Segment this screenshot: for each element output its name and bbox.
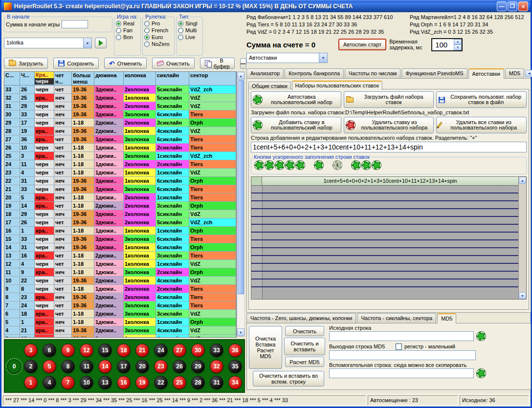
scroll-down-icon[interactable]: ▼ bbox=[519, 292, 526, 299]
md5-aux-input[interactable] bbox=[329, 368, 474, 378]
table-row[interactable]: 205кра..неч1-181дюжи..2колонка1сиклайнTi… bbox=[4, 193, 236, 202]
scroll-up-icon[interactable]: ▲ bbox=[519, 177, 526, 184]
radio-french[interactable]: French bbox=[144, 27, 173, 34]
chevron-down-icon[interactable]: ▼ bbox=[319, 53, 327, 63]
board-number-22[interactable]: 22 bbox=[154, 376, 168, 389]
отменить-button[interactable]: Отменить bbox=[104, 58, 147, 69]
удалить-все-ставки-из-пользовательского-набора-button[interactable]: Удалить все ставки из пользовательского … bbox=[436, 117, 527, 133]
board-number-11[interactable]: 11 bbox=[80, 360, 93, 373]
table-row[interactable]: 124чернчет1-181дюжи..1колонка1сиклайнVdZ bbox=[4, 260, 236, 268]
board-number-20[interactable]: 20 bbox=[135, 360, 149, 373]
table-row[interactable]: 253кра..неч1-181дюжи..3колонка1сиклайнVd… bbox=[4, 152, 236, 160]
автоставка-пользовательский-набор-button[interactable]: Автоставка пользовательский набор bbox=[251, 91, 341, 108]
board-number-8[interactable]: 8 bbox=[61, 360, 75, 373]
table-row[interactable]: 161кра..неч1-181дюжи..1колонка1сиклайнOr… bbox=[4, 227, 236, 235]
tab-частоты-по-числам[interactable]: Частоты по числам bbox=[345, 68, 400, 78]
chip-button[interactable] bbox=[286, 161, 294, 170]
table-row[interactable]: 2133черннеч19-363дюжи..3колонка6сиклайнT… bbox=[4, 185, 236, 193]
md5-aux-chip-button[interactable] bbox=[477, 369, 486, 378]
bet-list-row[interactable] bbox=[251, 256, 518, 264]
board-number-30[interactable]: 30 bbox=[191, 344, 205, 357]
board-number-12[interactable]: 12 bbox=[80, 344, 93, 357]
сохранить-пользоват-набор-ставок-в-файл-button[interactable]: Сохранить пользоват. набор ставок в файл bbox=[436, 91, 527, 108]
добавить-ставку-в-пользовательский-набор-button[interactable]: Добавить ставку в пользовательский набор bbox=[251, 117, 341, 133]
chip-button[interactable] bbox=[255, 161, 264, 170]
board-number-13[interactable]: 13 bbox=[98, 376, 112, 389]
table-row[interactable]: 2610чернчет1-181дюжи..1колонка2сиклайнTi… bbox=[4, 144, 236, 152]
radio-singl[interactable]: Singl bbox=[178, 20, 201, 27]
table-row[interactable]: 618кра..чет1-182дюжи..3колонка3сиклайнVd… bbox=[4, 310, 236, 318]
dollar-chip-button[interactable]: $ bbox=[333, 161, 342, 170]
minimize-button[interactable]: — bbox=[497, 1, 507, 11]
bet-list-row[interactable] bbox=[251, 225, 518, 233]
board-number-7[interactable]: 7 bbox=[61, 376, 75, 389]
bet-list-row[interactable] bbox=[251, 217, 518, 225]
scroll-down-icon[interactable]: ▼ bbox=[237, 328, 244, 336]
board-number-34[interactable]: 34 bbox=[228, 376, 242, 389]
slot-combo[interactable]: 1slotka ▼ bbox=[4, 38, 92, 48]
bet-list-row[interactable] bbox=[251, 240, 518, 248]
chip-button[interactable] bbox=[372, 161, 381, 170]
maximize-button[interactable]: ❐ bbox=[508, 1, 517, 11]
board-number-29[interactable]: 29 bbox=[191, 360, 205, 373]
board-number-36[interactable]: 36 bbox=[228, 344, 242, 357]
table-row[interactable]: 1829черннеч19-363дюжи..2колонка5сиклайнV… bbox=[4, 210, 236, 218]
table-row[interactable]: 823кра..неч19-362дюжи..2колонка4сиклайнT… bbox=[4, 293, 236, 301]
board-number-18[interactable]: 18 bbox=[117, 344, 131, 357]
board-number-1[interactable]: 1 bbox=[24, 376, 38, 389]
tab-частота-сиклайны-сектора[interactable]: Частота - сиклайны, сектора bbox=[357, 313, 436, 323]
start-sum-input[interactable] bbox=[62, 20, 88, 28]
board-number-4[interactable]: 4 bbox=[43, 376, 56, 389]
table-row[interactable]: 2819кра..неч19-362дюжи..1колонка4сиклайн… bbox=[4, 127, 236, 135]
tab-анализатор[interactable]: Анализатор bbox=[246, 68, 284, 78]
md5-source-input[interactable] bbox=[329, 331, 474, 341]
board-number-21[interactable]: 21 bbox=[135, 344, 149, 357]
radio-multi[interactable]: Multi bbox=[178, 27, 201, 34]
tab-md5[interactable]: MD5 bbox=[505, 68, 524, 78]
bet-list-row[interactable] bbox=[251, 272, 518, 279]
table-row[interactable]: 1726чернчет19-363дюжи..2колонка5сиклайнV… bbox=[4, 218, 236, 227]
md5-clear-paste-aux-button[interactable]: Очистить и вставить во вспом. строку bbox=[253, 371, 324, 387]
в-буфер-button[interactable]: В буфер bbox=[200, 58, 235, 69]
board-number-9[interactable]: 9 bbox=[61, 344, 75, 357]
autobets-combo[interactable]: Автоставки ▼ bbox=[246, 53, 328, 63]
scroll-up-icon[interactable]: ▲ bbox=[237, 72, 244, 80]
md5-calc-button[interactable]: Расчет MD5 bbox=[285, 357, 324, 367]
table-row[interactable]: 1431черннеч19-363дюжи..1колонка6сиклайнO… bbox=[4, 243, 236, 252]
board-number-5[interactable]: 5 bbox=[43, 360, 56, 373]
tab-контроль-банкролла[interactable]: Контроль банкролла bbox=[285, 68, 344, 78]
table-row[interactable]: 1914кра..чет1-182дюжи..2колонка3сиклайнO… bbox=[4, 202, 236, 210]
board-number-26[interactable]: 26 bbox=[173, 360, 186, 373]
table-row[interactable]: 98чернчет1-181дюжи..2колонка2сиклайнTier… bbox=[4, 285, 236, 293]
chip-button[interactable] bbox=[275, 161, 284, 170]
chevron-down-icon[interactable]: ▼ bbox=[83, 38, 91, 48]
play-button[interactable] bbox=[95, 38, 107, 48]
table-scrollbar[interactable]: ▲ ▼ bbox=[237, 71, 245, 337]
bet-list-row[interactable] bbox=[251, 193, 518, 201]
md5-output-input[interactable] bbox=[329, 350, 476, 360]
bet-string-input[interactable] bbox=[251, 142, 527, 152]
board-number-24[interactable]: 24 bbox=[154, 344, 168, 357]
close-button[interactable]: × bbox=[518, 1, 528, 11]
board-number-17[interactable]: 17 bbox=[117, 360, 131, 373]
table-row[interactable]: 724чернчет19-362дюжи..3колонка4сиклайнTi… bbox=[4, 301, 236, 310]
board-number-14[interactable]: 14 bbox=[98, 360, 112, 373]
board-number-0[interactable]: 0 bbox=[7, 360, 21, 373]
radio-euro[interactable]: Euro bbox=[144, 34, 173, 41]
board-number-23[interactable]: 23 bbox=[154, 360, 168, 373]
bet-list-row[interactable] bbox=[251, 209, 518, 217]
chip-button[interactable] bbox=[314, 161, 323, 170]
table-row[interactable]: 234чернчет1-181дюжи..1колонка1сиклайнVdZ bbox=[4, 169, 236, 177]
table-row[interactable]: 119кра..неч1-181дюжи..3колонка2сиклайнOr… bbox=[4, 268, 236, 277]
board-number-31[interactable]: 31 bbox=[210, 376, 223, 389]
radio-fan[interactable]: Fan bbox=[116, 27, 139, 34]
md5-clear-button[interactable]: Очистить bbox=[285, 326, 324, 336]
radio-nozero[interactable]: NoZero bbox=[144, 41, 173, 47]
board-number-6[interactable]: 6 bbox=[43, 344, 56, 357]
загрузить-button[interactable]: Загрузить bbox=[4, 58, 48, 69]
table-row[interactable]: 1022чернчет19-362дюжи..1колонка4сиклайнV… bbox=[4, 277, 236, 285]
table-row[interactable]: 1533черннеч19-363дюжи..3колонка6сиклайнT… bbox=[4, 235, 236, 243]
register-checkbox[interactable] bbox=[396, 344, 402, 350]
table-row[interactable]: 3033черннеч19-363дюжи..3колонка6сиклайнT… bbox=[4, 110, 236, 119]
subtab-общие-ставки[interactable]: Общие ставки bbox=[248, 82, 291, 89]
